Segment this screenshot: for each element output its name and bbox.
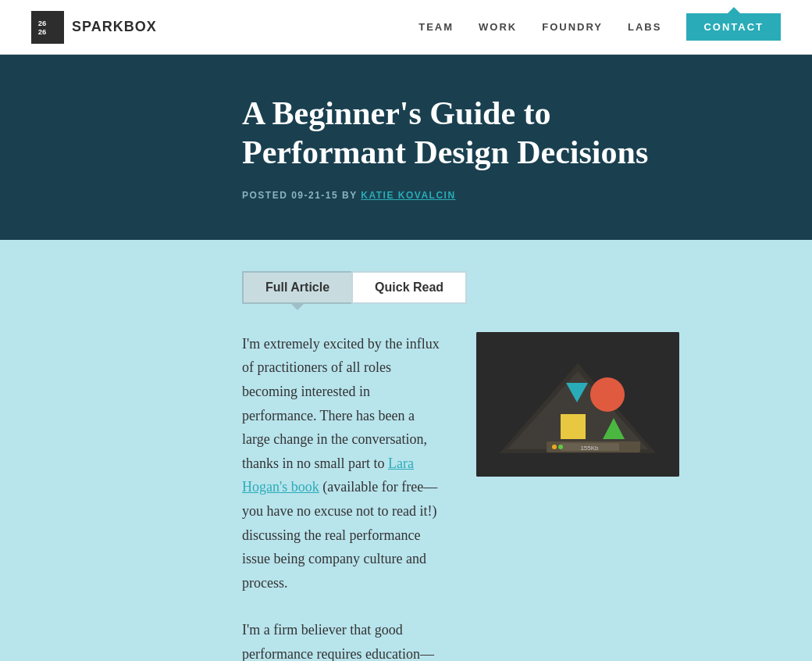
logo-text: SPARKBOX: [72, 19, 157, 35]
article-body: I'm extremely excited by the influx of p…: [242, 332, 679, 661]
contact-button[interactable]: CONTACT: [686, 13, 781, 41]
logo-link[interactable]: 26 26 SPARKBOX: [31, 11, 157, 44]
svg-point-14: [558, 445, 563, 449]
svg-text:26: 26: [38, 27, 47, 36]
hero-section: A Beginner's Guide to Performant Design …: [0, 55, 812, 240]
svg-point-7: [590, 377, 625, 412]
nav-team[interactable]: TEAM: [418, 21, 454, 33]
paragraph1-text-part1: I'm extremely excited by the influx of p…: [242, 336, 440, 471]
nav-links: TEAM WORK FOUNDRY LABS CONTACT: [418, 13, 781, 41]
paragraph1-text-part2: (available for free—you have no excuse n…: [242, 479, 437, 590]
nav-work[interactable]: WORK: [479, 21, 517, 33]
tab-quick-read[interactable]: Quick Read: [351, 271, 467, 304]
author-link[interactable]: KATIE KOVALCIN: [361, 190, 455, 201]
meta-prefix: POSTED 09-21-15 BY: [242, 190, 358, 201]
svg-rect-8: [561, 414, 586, 439]
nav-foundry[interactable]: FOUNDRY: [542, 21, 603, 33]
article-image: 155Kb: [476, 332, 679, 477]
tab-full-article[interactable]: Full Article: [242, 271, 351, 304]
article-paragraph-1: I'm extremely excited by the influx of p…: [242, 332, 445, 595]
svg-text:26: 26: [38, 19, 47, 27]
article-text: I'm extremely excited by the influx of p…: [242, 332, 445, 661]
svg-text:155Kb: 155Kb: [580, 445, 599, 452]
svg-point-13: [552, 445, 557, 449]
article-meta: POSTED 09-21-15 BY KATIE KOVALCIN: [242, 190, 679, 201]
article-title: A Beginner's Guide to Performant Design …: [242, 94, 679, 173]
logo-icon: 26 26: [31, 11, 64, 44]
navbar: 26 26 SPARKBOX TEAM WORK FOUNDRY LABS CO…: [0, 0, 812, 55]
article-paragraph-2: I'm a firm believer that good performanc…: [242, 618, 445, 661]
tabs-container: Full Article Quick Read: [242, 271, 679, 304]
nav-labs[interactable]: LABS: [628, 21, 661, 33]
content-area: Full Article Quick Read I'm extremely ex…: [0, 240, 812, 661]
